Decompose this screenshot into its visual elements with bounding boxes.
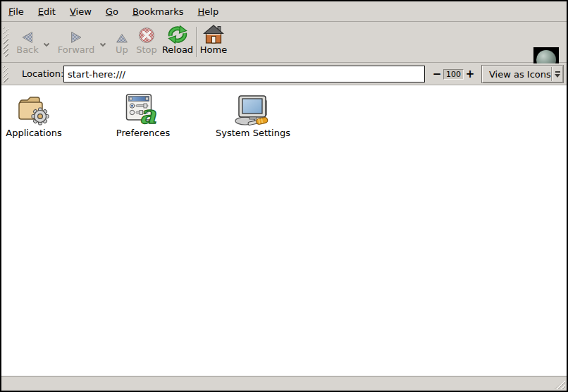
zoom-level-indicator[interactable]: 100 — [443, 69, 464, 80]
toolbar: Back Forward — [1, 22, 567, 63]
icon-preferences[interactable]: a Preferences — [108, 91, 178, 138]
reload-icon — [167, 25, 188, 44]
zoom-out-button[interactable]: − — [432, 63, 442, 85]
forward-history-dropdown[interactable] — [97, 39, 109, 49]
back-icon — [20, 25, 35, 44]
view-mode-label: View as Icons — [489, 69, 551, 80]
home-icon — [203, 25, 224, 44]
back-label: Back — [16, 45, 39, 55]
icon-system-settings[interactable]: System Settings — [218, 91, 288, 138]
menu-view[interactable]: View — [63, 4, 99, 20]
menu-bookmarks[interactable]: Bookmarks — [125, 4, 191, 20]
resize-grip[interactable] — [555, 379, 565, 389]
file-manager-window: File Edit View Go Bookmarks Help Back — [0, 0, 568, 392]
icon-label: System Settings — [216, 128, 290, 138]
icon-applications[interactable]: Applications — [1, 91, 66, 138]
locationbar-drag-handle[interactable] — [4, 66, 8, 82]
status-bar — [1, 376, 567, 391]
system-settings-computer-icon — [234, 91, 272, 126]
preferences-capplet-icon: a — [125, 91, 161, 126]
menu-file[interactable]: File — [1, 4, 31, 20]
toolbar-drag-handle[interactable] — [4, 27, 8, 57]
menu-go[interactable]: Go — [99, 4, 125, 20]
location-label: Location: — [22, 63, 63, 85]
back-button[interactable]: Back — [11, 25, 44, 59]
content-area: Applications — [1, 85, 567, 376]
location-input[interactable] — [63, 66, 425, 82]
menu-bar: File Edit View Go Bookmarks Help — [1, 1, 567, 22]
forward-icon — [69, 25, 83, 44]
reload-label: Reload — [162, 45, 193, 55]
up-icon — [116, 25, 128, 44]
up-button[interactable]: Up — [111, 25, 132, 59]
view-mode-dropdown[interactable]: View as Icons — [481, 65, 564, 83]
stop-label: Stop — [136, 45, 157, 55]
dropdown-arrow-icon — [551, 67, 563, 81]
stop-button[interactable]: Stop — [132, 25, 161, 59]
forward-label: Forward — [58, 45, 94, 55]
up-label: Up — [116, 45, 128, 55]
svg-text:a: a — [140, 99, 156, 126]
stop-icon — [138, 25, 155, 44]
back-history-dropdown[interactable] — [41, 39, 52, 49]
menu-help[interactable]: Help — [191, 4, 226, 20]
icon-label: Preferences — [116, 128, 170, 138]
forward-button[interactable]: Forward — [56, 25, 96, 59]
zoom-in-button[interactable]: + — [465, 63, 475, 85]
icon-label: Applications — [6, 128, 61, 138]
home-label: Home — [200, 45, 227, 55]
chevron-down-icon — [43, 42, 50, 47]
reload-button[interactable]: Reload — [161, 25, 195, 59]
location-bar: Location: − 100 + View as Icons — [1, 63, 567, 85]
menu-edit[interactable]: Edit — [31, 4, 63, 20]
toolbar-separator — [196, 27, 197, 57]
chevron-down-icon — [99, 42, 106, 47]
home-button[interactable]: Home — [198, 25, 229, 59]
applications-folder-icon — [17, 91, 51, 126]
